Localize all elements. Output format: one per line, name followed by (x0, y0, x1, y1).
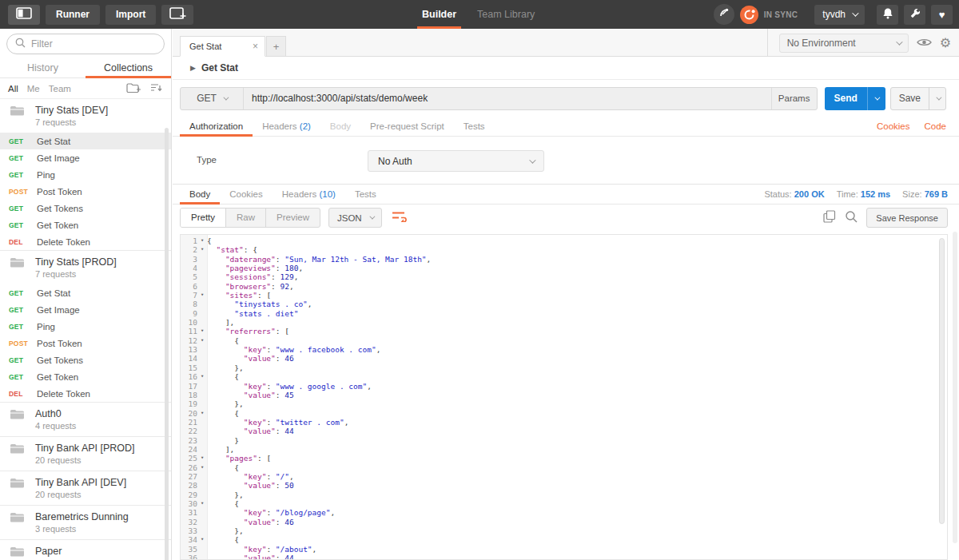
fold-toggle-icon[interactable]: ▾ (197, 327, 207, 336)
collection-header[interactable]: Baremetrics Dunning3 requests (0, 506, 171, 539)
fold-toggle-icon[interactable]: ▾ (197, 535, 207, 544)
request-item[interactable]: GETGet Tokens (0, 351, 171, 368)
request-item[interactable]: POSTPost Token (0, 335, 171, 351)
view-mode-raw[interactable]: Raw (226, 209, 266, 227)
settings-wrench-button[interactable] (904, 5, 925, 25)
fold-toggle-icon[interactable]: ▾ (197, 245, 207, 254)
view-mode-preview[interactable]: Preview (266, 209, 320, 227)
format-value: JSON (337, 213, 362, 223)
code-text: "tinystats . co", (207, 300, 312, 308)
send-options-button[interactable] (867, 87, 885, 110)
collection-header[interactable]: Tiny Stats [PROD]7 requests (0, 251, 171, 284)
request-item[interactable]: GETGet Tokens (0, 200, 171, 216)
fold-toggle-icon[interactable]: ▾ (197, 336, 207, 345)
tab-team-library[interactable]: Team Library (477, 0, 535, 29)
open-request-tab[interactable]: Get Stat × (180, 36, 265, 57)
import-button[interactable]: Import (105, 5, 156, 25)
pane-scrollbar[interactable] (953, 232, 957, 543)
editor-scrollbar[interactable] (939, 238, 945, 524)
request-item[interactable]: GETGet Image (0, 301, 171, 318)
auth-type-select[interactable]: No Auth (368, 150, 544, 172)
tab-collections[interactable]: Collections (86, 59, 171, 77)
save-button[interactable]: Save (891, 88, 929, 109)
close-icon[interactable]: × (253, 41, 258, 52)
fold-toggle-icon[interactable]: ▾ (197, 499, 207, 508)
runner-button[interactable]: Runner (46, 5, 100, 25)
notifications-button[interactable] (877, 5, 898, 25)
collapse-triangle-icon[interactable]: ▶ (190, 64, 196, 72)
request-item[interactable]: DELDelete Token (0, 385, 171, 402)
code-text: "sessions": 129, (207, 272, 298, 281)
tab-headers[interactable]: Headers (2) (253, 117, 320, 136)
fold-toggle-icon[interactable]: ▾ (197, 291, 207, 300)
view-mode-pretty[interactable]: Pretty (181, 209, 226, 227)
sync-satellite-button[interactable] (714, 4, 734, 25)
sort-icon[interactable] (150, 83, 163, 94)
format-select[interactable]: JSON (328, 208, 382, 228)
user-menu[interactable]: tyvdh (814, 5, 865, 25)
code-text: "referrers": [ (207, 327, 289, 336)
environment-select[interactable]: No Environment (779, 34, 909, 53)
request-item[interactable]: DELDelete Token (0, 233, 171, 250)
tab-response-body[interactable]: Body (180, 185, 220, 204)
tab-response-cookies[interactable]: Cookies (220, 185, 273, 204)
fold-toggle-icon[interactable]: ▾ (197, 454, 207, 463)
url-input[interactable]: http://localhost:3000/api/stats/demo/wee… (244, 88, 771, 109)
new-window-button[interactable] (161, 5, 193, 25)
tab-response-tests[interactable]: Tests (345, 185, 386, 204)
request-item[interactable]: GETPing (0, 166, 171, 183)
filter-box (6, 34, 165, 54)
request-item[interactable]: GETGet Image (0, 149, 171, 166)
collections-list: Tiny Stats [DEV]7 requestsGETGet StatGET… (0, 99, 171, 560)
collection-header[interactable]: Tiny Bank API [PROD]20 requests (0, 437, 171, 471)
filter-input[interactable] (31, 38, 151, 50)
collection-header[interactable]: Auth04 requests (0, 403, 171, 436)
code-line: 3 "daterange": "Sun, Mar 12th - Sat, Mar… (181, 255, 947, 264)
environment-preview-button[interactable] (917, 36, 932, 50)
line-number: 12 (181, 336, 197, 345)
save-response-button[interactable]: Save Response (866, 208, 948, 228)
line-number: 16 (181, 372, 197, 381)
code-link[interactable]: Code (925, 121, 947, 131)
tab-authorization[interactable]: Authorization (180, 117, 253, 136)
collection-header[interactable]: Tiny Bank API [DEV]20 requests (0, 471, 171, 505)
request-item[interactable]: POSTPost Token (0, 183, 171, 200)
tab-history[interactable]: History (0, 59, 86, 77)
new-tab-button[interactable]: + (266, 36, 286, 57)
fold-toggle-icon[interactable]: ▾ (197, 236, 207, 245)
copy-response-button[interactable] (823, 210, 836, 226)
collection-header[interactable]: Tiny Stats [DEV]7 requests (0, 99, 171, 133)
fold-toggle-icon[interactable]: ▾ (197, 372, 207, 381)
tab-tests[interactable]: Tests (454, 117, 495, 136)
sidebar-scrollbar[interactable] (165, 128, 169, 560)
method-badge: POST (9, 188, 30, 196)
request-item[interactable]: GETPing (0, 318, 171, 335)
fold-toggle-icon[interactable]: ▾ (197, 463, 207, 472)
sidebar-toggle-button[interactable] (8, 5, 40, 25)
request-item[interactable]: GETGet Token (0, 368, 171, 385)
request-item[interactable]: GETGet Token (0, 216, 171, 233)
fold-spacer (197, 427, 207, 435)
collection-header[interactable]: Paper (0, 540, 171, 560)
method-select[interactable]: GET (181, 88, 244, 109)
save-options-button[interactable] (929, 88, 945, 109)
scope-all[interactable]: All (8, 84, 18, 93)
search-response-button[interactable] (845, 210, 858, 226)
wrap-text-button[interactable] (390, 209, 409, 228)
tab-response-headers[interactable]: Headers (10) (273, 185, 345, 204)
request-item[interactable]: GETGet Stat (0, 284, 171, 301)
scope-team[interactable]: Team (49, 84, 71, 93)
tab-builder[interactable]: Builder (422, 0, 456, 29)
params-button[interactable]: Params (771, 88, 817, 109)
tab-prerequest-script[interactable]: Pre-request Script (360, 117, 454, 136)
new-folder-icon[interactable] (126, 82, 141, 95)
tab-body[interactable]: Body (320, 117, 360, 136)
send-button[interactable]: Send (825, 87, 867, 110)
fold-toggle-icon[interactable]: ▾ (197, 409, 207, 418)
scope-me[interactable]: Me (27, 84, 40, 93)
request-item[interactable]: GETGet Stat (0, 133, 171, 149)
cookies-link[interactable]: Cookies (877, 121, 910, 131)
code-line: 26▾ { (181, 463, 947, 472)
favorites-button[interactable]: ♥ (931, 5, 953, 25)
environment-settings-button[interactable]: ⚙ (940, 35, 951, 50)
